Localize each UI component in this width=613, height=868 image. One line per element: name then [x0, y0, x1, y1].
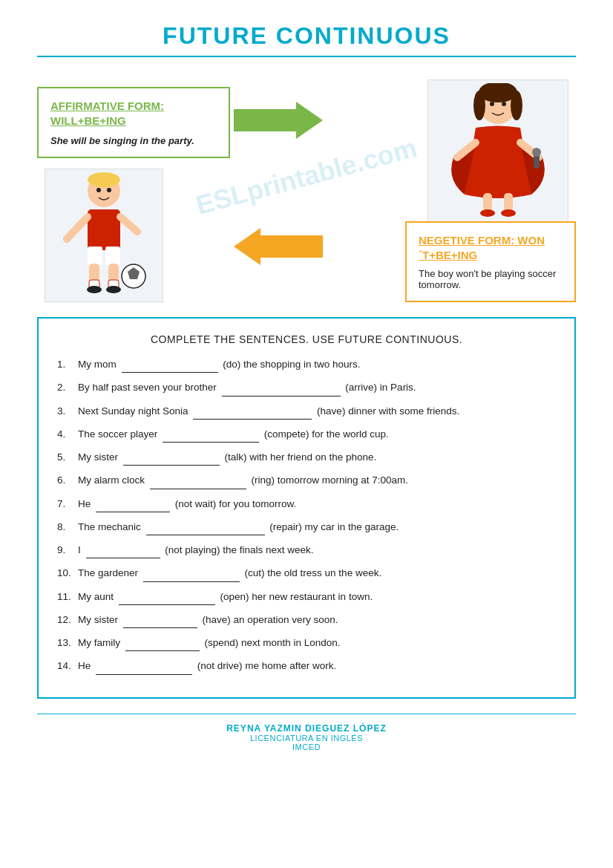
sentence-text: My aunt (open) her new restaurant in tow… [78, 590, 373, 605]
sentence-text: The mechanic (repair) my car in the gara… [78, 520, 399, 535]
item-number: 4. [57, 427, 78, 442]
list-item: 4. The soccer player (compete) for the w… [57, 427, 556, 443]
blank [125, 636, 200, 651]
footer-name: REYNA YAZMIN DIEGUEZ LÓPEZ [37, 723, 576, 734]
svg-rect-16 [88, 209, 120, 250]
svg-rect-11 [504, 193, 513, 212]
list-item: 9. I (not playing) the finals next week. [57, 543, 556, 558]
negative-title: NEGETIVE FORM: WON´T+BE+ING [419, 233, 563, 262]
svg-point-2 [473, 91, 485, 120]
sentence-text: My family (spend) next month in London. [78, 636, 341, 651]
item-number: 1. [57, 357, 78, 372]
svg-point-25 [87, 286, 102, 293]
footer: REYNA YAZMIN DIEGUEZ LÓPEZ LICENCIATURA … [37, 714, 576, 751]
affirmative-title: AFFIRMATIVE FORM: WILL+BE+ING [50, 99, 217, 128]
green-arrow-icon [234, 102, 323, 139]
sentence-text: He (not drive) me home after work. [78, 659, 336, 674]
negative-example: The boy won't be playing soccer tomorrow… [419, 268, 563, 290]
blank [96, 659, 192, 674]
blank [143, 566, 240, 581]
list-item: 10. The gardener (cut) the old tress un … [57, 566, 556, 581]
page-title: FUTURE CONTINUOUS [37, 22, 576, 50]
item-number: 11. [57, 590, 78, 604]
footer-institution: IMCED [37, 743, 576, 751]
soccer-illustration [45, 169, 163, 302]
sentence-text: Next Sunday night Sonia (have) dinner wi… [78, 404, 459, 420]
sentence-text: My sister (have) an operation very soon. [78, 613, 338, 628]
blank [163, 427, 259, 443]
svg-rect-18 [105, 247, 120, 265]
singer-illustration [427, 79, 568, 228]
blank [193, 404, 312, 420]
exercise-section: COMPLETE THE SENTENCES. USE FUTURE CONTI… [37, 317, 576, 699]
svg-rect-10 [483, 193, 492, 212]
list-item: 6. My alarm clock (ring) tomorrow mornin… [57, 473, 556, 489]
svg-point-12 [480, 209, 495, 217]
blank [123, 450, 220, 466]
sentence-text: My alarm clock (ring) tomorrow morning a… [78, 473, 408, 489]
item-number: 5. [57, 450, 78, 465]
svg-point-8 [490, 102, 494, 106]
blank [222, 380, 341, 396]
affirmative-example: She will be singing in the party. [50, 135, 217, 146]
affirmative-box: AFFIRMATIVE FORM: WILL+BE+ING She will b… [37, 87, 230, 158]
list-item: 3. Next Sunday night Sonia (have) dinner… [57, 404, 556, 420]
svg-point-29 [96, 188, 101, 192]
svg-point-7 [532, 148, 541, 157]
list-item: 2. By half past seven your brother (arri… [57, 380, 556, 396]
title-divider [37, 56, 576, 57]
exercise-title: COMPLETE THE SENTENCES. USE FUTURE CONTI… [57, 333, 556, 345]
blank [150, 473, 246, 489]
sentence-text: The soccer player (compete) for the worl… [78, 427, 389, 443]
item-number: 12. [57, 613, 78, 627]
item-number: 13. [57, 636, 78, 650]
sentence-text: He (not wait) for you tomorrow. [78, 497, 296, 512]
svg-point-26 [106, 286, 121, 293]
item-number: 6. [57, 473, 78, 488]
item-number: 14. [57, 659, 78, 673]
list-item: 7. He (not wait) for you tomorrow. [57, 497, 556, 512]
sentence-text: My mom (do) the shopping in two hours. [78, 357, 361, 373]
svg-point-13 [501, 209, 516, 217]
list-item: 11. My aunt (open) her new restaurant in… [57, 590, 556, 605]
list-item: 12. My sister (have) an operation very s… [57, 613, 556, 628]
orange-arrow-icon [234, 228, 323, 265]
blank [119, 590, 215, 605]
item-number: 7. [57, 497, 78, 512]
svg-line-19 [67, 217, 88, 239]
item-number: 9. [57, 543, 78, 558]
blank [146, 520, 265, 535]
item-number: 8. [57, 520, 78, 535]
exercise-list: 1. My mom (do) the shopping in two hours… [57, 357, 556, 675]
list-item: 14. He (not drive) me home after work. [57, 659, 556, 674]
sentence-text: The gardener (cut) the old tress un the … [78, 566, 381, 581]
svg-point-9 [502, 102, 506, 106]
list-item: 5. My sister (talk) with her friend on t… [57, 450, 556, 466]
blank [123, 613, 197, 628]
sentence-text: My sister (talk) with her friend on the … [78, 450, 376, 466]
sentence-text: By half past seven your brother (arrive)… [78, 380, 416, 396]
sentence-text: I (not playing) the finals next week. [78, 543, 314, 558]
item-number: 3. [57, 404, 78, 419]
svg-point-15 [88, 172, 120, 187]
svg-line-20 [120, 217, 137, 232]
item-number: 2. [57, 380, 78, 395]
blank [86, 543, 160, 558]
item-number: 10. [57, 566, 78, 581]
negative-box: NEGETIVE FORM: WON´T+BE+ING The boy won'… [405, 221, 576, 302]
svg-point-3 [511, 91, 522, 120]
blank [122, 357, 218, 373]
svg-point-30 [107, 188, 111, 192]
list-item: 13. My family (spend) next month in Lond… [57, 636, 556, 651]
blank [96, 497, 170, 512]
grammar-section: ESLprintable.com AFFIRMATIVE FORM: WILL+… [37, 72, 576, 310]
svg-rect-17 [88, 247, 102, 265]
footer-degree: LICENCIATURA EN INGLÉS [37, 734, 576, 743]
list-item: 1. My mom (do) the shopping in two hours… [57, 357, 556, 373]
list-item: 8. The mechanic (repair) my car in the g… [57, 520, 556, 535]
